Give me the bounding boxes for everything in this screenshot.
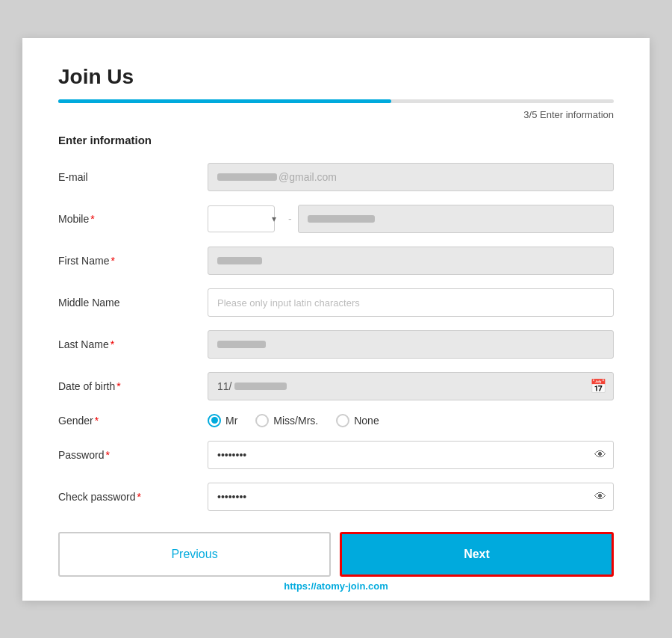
email-label: E-mail (58, 171, 208, 183)
firstname-field-wrapper (208, 247, 614, 275)
gender-options-group: Mr Miss/Mrs. None (208, 414, 614, 427)
firstname-row: First Name* (58, 247, 614, 275)
calendar-icon[interactable]: 📅 (590, 378, 606, 394)
firstname-label: First Name* (58, 255, 208, 267)
lastname-redacted (217, 341, 266, 348)
dob-redacted (234, 383, 287, 390)
email-row: E-mail @gmail.com (58, 163, 614, 191)
country-code-select[interactable]: +1 +44 +82 (208, 205, 275, 232)
firstname-required-star: * (111, 255, 114, 267)
mobile-input-group: +1 +44 +82 - (208, 205, 614, 233)
middlename-row: Middle Name (58, 288, 614, 317)
password-eye-icon[interactable]: 👁 (594, 448, 606, 462)
gender-missmrs-label: Miss/Mrs. (273, 415, 318, 427)
mobile-number-field[interactable] (298, 205, 614, 233)
gender-option-missmrs[interactable]: Miss/Mrs. (255, 414, 318, 427)
check-password-eye-icon[interactable]: 👁 (594, 490, 606, 504)
section-title: Enter information (58, 134, 614, 146)
country-code-wrapper: +1 +44 +82 (208, 205, 282, 232)
mobile-redacted (308, 215, 375, 223)
main-card: Join Us 3/5 Enter information Enter info… (22, 38, 650, 601)
email-input[interactable]: @gmail.com (208, 163, 614, 191)
password-required-star: * (105, 449, 109, 461)
email-blurred-text: @gmail.com (208, 164, 613, 191)
dob-blurred-text: 11/ (208, 373, 613, 400)
next-button[interactable]: Next (340, 532, 614, 577)
firstname-redacted (217, 257, 262, 264)
progress-bar-fill (58, 99, 391, 103)
dob-prefix: 11/ (217, 380, 231, 392)
email-redacted (217, 173, 277, 181)
lastname-blurred-text (208, 331, 613, 358)
gender-row: Gender* Mr Miss/Mrs. None (58, 414, 614, 427)
radio-none[interactable] (336, 414, 349, 427)
page-title: Join Us (58, 65, 614, 89)
email-field-wrapper: @gmail.com (208, 163, 614, 191)
check-password-input-wrapper: 👁 (208, 483, 614, 511)
watermark-link[interactable]: https://atomy-join.com (284, 580, 388, 592)
button-row: Previous Next (58, 532, 614, 577)
mobile-label: Mobile* (58, 213, 208, 225)
lastname-row: Last Name* (58, 330, 614, 359)
email-domain: @gmail.com (279, 171, 337, 183)
check-password-row: Check password* 👁 (58, 483, 614, 511)
gender-required-star: * (95, 415, 99, 427)
check-password-required-star: * (137, 491, 141, 503)
firstname-blurred-text (208, 247, 613, 274)
password-label: Password* (58, 449, 208, 461)
password-input[interactable] (208, 441, 614, 469)
check-password-input[interactable] (208, 483, 614, 511)
radio-mr[interactable] (208, 414, 221, 427)
lastname-required-star: * (111, 338, 114, 350)
password-row: Password* 👁 (58, 441, 614, 469)
step-label: 3/5 Enter information (58, 109, 614, 120)
gender-option-mr[interactable]: Mr (208, 414, 237, 427)
gender-option-none[interactable]: None (336, 414, 379, 427)
gender-label: Gender* (58, 415, 208, 427)
mobile-row: Mobile* +1 +44 +82 - (58, 205, 614, 233)
gender-mr-label: Mr (225, 415, 237, 427)
middlename-label: Middle Name (58, 297, 208, 309)
password-input-wrapper: 👁 (208, 441, 614, 469)
radio-missmrs[interactable] (255, 414, 269, 427)
dob-date-wrapper: 11/ 📅 (208, 372, 614, 400)
firstname-input[interactable] (208, 247, 614, 275)
password-field-wrapper: 👁 (208, 441, 614, 469)
middlename-input[interactable] (208, 288, 614, 317)
gender-field-wrapper: Mr Miss/Mrs. None (208, 414, 614, 427)
lastname-field-wrapper (208, 330, 614, 359)
middlename-field-wrapper (208, 288, 614, 317)
dob-required-star: * (116, 380, 120, 392)
mobile-divider: - (288, 213, 292, 225)
mobile-blurred-text (299, 205, 613, 232)
mobile-required-star: * (90, 213, 94, 225)
dob-field-wrapper: 11/ 📅 (208, 372, 614, 400)
lastname-label: Last Name* (58, 338, 208, 350)
check-password-field-wrapper: 👁 (208, 483, 614, 511)
progress-bar-container (58, 99, 614, 103)
previous-button[interactable]: Previous (58, 532, 331, 577)
lastname-input[interactable] (208, 330, 614, 359)
dob-row: Date of birth* 11/ 📅 (58, 372, 614, 400)
check-password-label: Check password* (58, 491, 208, 503)
dob-label: Date of birth* (58, 380, 208, 392)
gender-none-label: None (354, 415, 379, 427)
dob-input[interactable]: 11/ (208, 372, 614, 400)
mobile-field-wrapper: +1 +44 +82 - (208, 205, 614, 233)
